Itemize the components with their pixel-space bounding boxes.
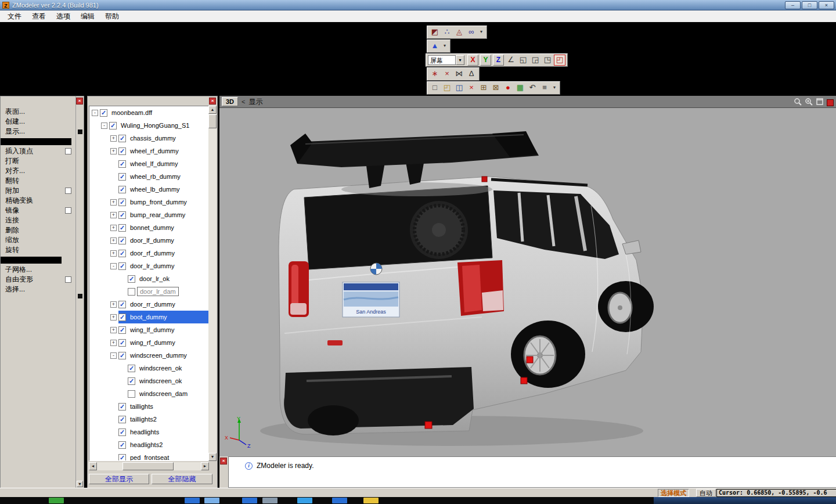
scroll-handle[interactable] xyxy=(78,129,82,134)
tool-align[interactable]: 对齐... xyxy=(1,166,75,176)
tree-node-bump_front_dummy[interactable]: +✓bump_front_dummy xyxy=(89,196,208,208)
tool-select[interactable]: 选择... xyxy=(1,285,75,294)
export-icon[interactable]: ⊠ xyxy=(490,82,502,93)
visibility-checkbox[interactable]: ✓ xyxy=(118,429,126,436)
tree-node-boot_dummy[interactable]: +✓boot_dummy xyxy=(89,311,208,323)
file-toolbar-dropdown[interactable]: ▾ xyxy=(551,82,558,93)
visibility-checkbox[interactable]: ✓ xyxy=(118,441,126,449)
expand-icon[interactable]: + xyxy=(110,327,117,333)
taskbar-tray[interactable] xyxy=(654,497,836,504)
edit-mesh-icon[interactable]: ◩ xyxy=(429,27,441,38)
tree-node-wheel_lb_dummy[interactable]: ✓wheel_lb_dummy xyxy=(89,183,208,196)
tree-node-wing_rf_dummy[interactable]: +✓wing_rf_dummy xyxy=(89,336,208,349)
visibility-checkbox[interactable]: ✓ xyxy=(118,160,126,168)
visibility-checkbox[interactable]: ✓ xyxy=(118,416,126,423)
skin-tool-icon[interactable]: ◬ xyxy=(453,27,465,38)
tool-rotate[interactable]: 旋转 xyxy=(1,245,75,255)
close-button[interactable]: × xyxy=(819,1,834,9)
visibility-checkbox[interactable] xyxy=(128,390,135,398)
close-tree-panel-icon[interactable]: × xyxy=(209,98,216,105)
script-log-icon[interactable]: ≡ xyxy=(539,82,550,93)
windows-taskbar[interactable] xyxy=(0,497,836,504)
tree-vertical-scrollbar[interactable]: ▲ ▼ xyxy=(208,106,217,461)
undo-icon[interactable]: ↶ xyxy=(527,82,538,93)
visibility-checkbox[interactable]: ✓ xyxy=(118,403,126,411)
selection-mode-button[interactable]: 选择模式 xyxy=(658,489,689,497)
visibility-checkbox[interactable]: ✓ xyxy=(118,147,126,155)
axis-x-toggle[interactable]: X xyxy=(467,55,478,66)
scrollbar-thumb[interactable] xyxy=(208,114,217,128)
new-file-icon[interactable]: □ xyxy=(429,82,441,93)
taskbar-item[interactable] xyxy=(204,498,219,503)
tool-attach-checkbox[interactable] xyxy=(65,188,71,194)
zoom-extents-icon[interactable] xyxy=(805,98,813,108)
local-axes-icon[interactable]: ◱ xyxy=(517,55,529,66)
scroll-right-icon[interactable]: ► xyxy=(201,462,209,470)
tool-precise-transform[interactable]: 精确变换 xyxy=(1,196,75,206)
tree-horizontal-scrollbar[interactable]: ◄ ► xyxy=(89,462,209,470)
menu-options[interactable]: 选项 xyxy=(51,10,75,23)
visibility-checkbox[interactable]: ✓ xyxy=(118,454,126,462)
visibility-checkbox[interactable]: ✓ xyxy=(109,122,117,129)
save-file-icon[interactable]: ◫ xyxy=(453,82,465,93)
viewport-mode-button[interactable]: 3D xyxy=(222,97,238,106)
tool-mirror-checkbox[interactable] xyxy=(65,207,71,214)
bones-tool-icon[interactable]: ∞ xyxy=(466,27,477,38)
tree-node-chassis_dummy[interactable]: +✓chassis_dummy xyxy=(89,132,208,145)
tree-node-wheel_rf_dummy[interactable]: +✓wheel_rf_dummy xyxy=(89,145,208,157)
taskbar-item[interactable] xyxy=(185,498,200,503)
tool-connect[interactable]: 连接 xyxy=(1,215,75,225)
expand-icon[interactable]: + xyxy=(110,199,117,206)
tool-insert-vertex-checkbox[interactable] xyxy=(65,148,71,154)
break-vertices-icon[interactable]: × xyxy=(441,69,453,80)
titlebar[interactable]: Z ZModeler ver 2.2.4 (Build 981) – □ × xyxy=(0,0,836,10)
visibility-checkbox[interactable]: ✓ xyxy=(118,135,126,142)
tree-node-door_lf_dummy[interactable]: +✓door_lf_dummy xyxy=(89,234,208,247)
vertex-mode-icon[interactable]: ∴ xyxy=(441,27,453,38)
expand-icon[interactable]: + xyxy=(110,314,117,321)
close-tools-panel-icon[interactable]: × xyxy=(76,98,83,105)
tool-insert-vertex[interactable]: 插入顶点 xyxy=(1,146,75,156)
visibility-checkbox[interactable]: ✓ xyxy=(118,186,126,193)
scroll-up-icon[interactable]: ▲ xyxy=(208,106,217,114)
tool-display[interactable]: 显示... xyxy=(1,127,75,136)
visibility-checkbox[interactable]: ✓ xyxy=(118,352,126,359)
collapse-icon[interactable]: - xyxy=(110,352,117,359)
taskbar-item[interactable] xyxy=(332,498,347,503)
grid-settings-icon[interactable]: ▦ xyxy=(514,82,526,93)
material-editor-icon[interactable]: ● xyxy=(502,82,514,93)
tool-flip[interactable]: 翻转 xyxy=(1,176,75,186)
show-all-button[interactable]: 全部显示 xyxy=(89,474,149,484)
tree-node-headlights[interactable]: ✓headlights xyxy=(89,426,208,438)
taskbar-item[interactable] xyxy=(297,498,312,503)
tree-node-door_lr_dam[interactable]: door_lr_dam xyxy=(89,285,208,298)
tree-node-door_lr_dummy[interactable]: -✓door_lr_dummy xyxy=(89,260,208,272)
open-file-icon[interactable]: ◰ xyxy=(441,82,453,93)
gizmo-toggle-icon[interactable]: ◰ xyxy=(554,55,565,66)
visibility-checkbox[interactable]: ✓ xyxy=(118,262,126,270)
tree-node-bonnet_dummy[interactable]: +✓bonnet_dummy xyxy=(89,221,208,234)
viewport-nav-label[interactable]: 显示 xyxy=(249,97,263,107)
visibility-checkbox[interactable]: ✓ xyxy=(118,199,126,206)
close-log-icon[interactable]: × xyxy=(220,458,227,465)
tree-node-taillights[interactable]: ✓taillights xyxy=(89,400,208,413)
tree-node-wheel_rb_dummy[interactable]: ✓wheel_rb_dummy xyxy=(89,170,208,183)
expand-icon[interactable]: + xyxy=(110,135,117,142)
visibility-checkbox[interactable]: ✓ xyxy=(128,275,135,283)
car-model-wuling-hongguang[interactable]: San Andreas xyxy=(219,108,836,456)
taskbar-item[interactable] xyxy=(262,498,278,503)
tool-ffd-checkbox[interactable] xyxy=(65,276,71,283)
import-icon[interactable]: ⊞ xyxy=(478,82,489,93)
visibility-checkbox[interactable]: ✓ xyxy=(100,109,107,117)
zoom-icon[interactable] xyxy=(794,98,802,108)
visibility-checkbox[interactable]: ✓ xyxy=(118,224,126,232)
viewport-close-icon[interactable] xyxy=(827,99,834,106)
tool-ffd[interactable]: 自由变形 xyxy=(1,275,75,285)
tree-node-windscreen_ok[interactable]: ✓windscreen_ok xyxy=(89,362,208,375)
scroll-left-icon[interactable]: ◄ xyxy=(89,462,97,470)
tree-node-windscreen_dummy[interactable]: -✓windscreen_dummy xyxy=(89,349,208,362)
auto-button[interactable]: 自动 xyxy=(696,489,716,497)
tool-delete[interactable]: 删除 xyxy=(1,225,75,235)
visibility-checkbox[interactable]: ✓ xyxy=(118,314,126,321)
hide-all-button[interactable]: 全部隐藏 xyxy=(152,474,212,484)
